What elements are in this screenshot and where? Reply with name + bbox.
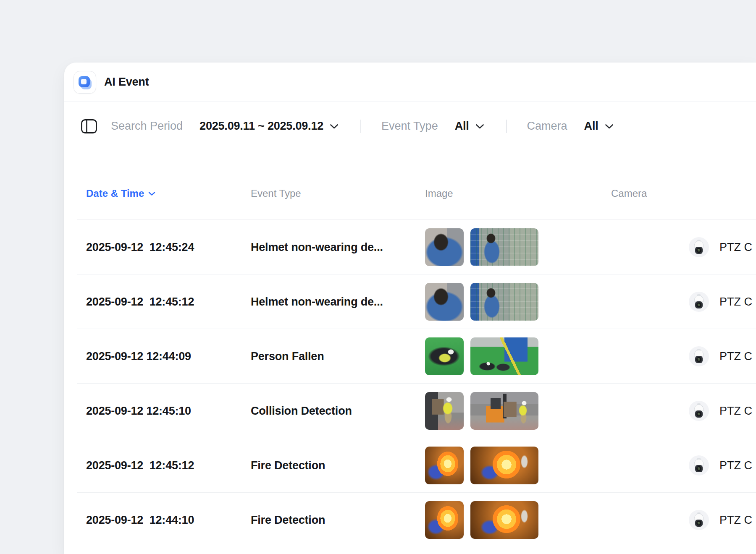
camera-cell: PTZ C <box>689 510 756 530</box>
table-header-row: Date & Time Event Type Image Camera <box>64 150 756 220</box>
event-datetime: 2025-09-12 12:45:12 <box>86 459 251 472</box>
event-type-value: All <box>455 120 469 133</box>
panel-header: AI Event <box>64 63 756 102</box>
event-images <box>425 447 689 484</box>
table-row[interactable]: 2025-09-12 12:45:12 Helmet non-wearing d… <box>64 274 756 329</box>
event-type: Fire Detection <box>251 514 425 527</box>
event-type: Helmet non-wearing de... <box>251 295 425 308</box>
event-type: Fire Detection <box>251 459 425 472</box>
search-period-dropdown[interactable]: 2025.09.11 ~ 2025.09.12 <box>200 120 339 133</box>
camera-dropdown[interactable]: All <box>584 120 614 133</box>
camera-name: PTZ C <box>719 350 752 363</box>
filter-divider <box>506 120 507 133</box>
table-row[interactable]: 2025-09-12 12:44:09 Person Fallen PTZ C <box>64 329 756 384</box>
camera-label: Camera <box>527 120 567 133</box>
ptz-camera-avatar <box>689 346 709 366</box>
column-header-image: Image <box>425 188 611 199</box>
ptz-camera-avatar <box>689 510 709 530</box>
event-table-body: 2025-09-12 12:45:24 Helmet non-wearing d… <box>64 220 756 554</box>
page-title: AI Event <box>104 76 149 89</box>
ptz-dome-camera-icon <box>692 239 706 255</box>
camera-name: PTZ C <box>719 241 752 254</box>
ptz-dome-camera-icon <box>692 348 706 364</box>
ptz-camera-avatar <box>689 237 709 257</box>
camera-name: PTZ C <box>719 405 752 418</box>
event-datetime: 2025-09-12 12:45:10 <box>86 405 251 418</box>
camera-value: All <box>584 120 598 133</box>
event-datetime: 2025-09-12 12:44:09 <box>86 350 251 363</box>
app-icon-inner-square <box>81 79 87 84</box>
event-type: Person Fallen <box>251 350 425 363</box>
chevron-down-icon <box>605 123 614 129</box>
search-period-label: Search Period <box>111 120 183 133</box>
event-thumbnail-large[interactable] <box>470 337 538 375</box>
event-type: Helmet non-wearing de... <box>251 241 425 254</box>
ai-event-panel: AI Event Search Period 2025.09.11 ~ 2025… <box>64 63 756 554</box>
event-images <box>425 337 689 375</box>
sort-chevron-down-icon <box>148 191 155 196</box>
event-thumbnail-large[interactable] <box>470 447 538 484</box>
panel-toggle-icon <box>81 119 97 133</box>
table-row[interactable]: 2025-09-12 12:45:12 Fire Detection PTZ C <box>64 438 756 493</box>
event-type-label: Event Type <box>381 120 438 133</box>
event-datetime: 2025-09-12 12:45:12 <box>86 295 251 308</box>
ptz-dome-camera-icon <box>692 457 706 473</box>
table-row[interactable]: 2025-09-12 12:45:24 Helmet non-wearing d… <box>64 220 756 274</box>
event-thumbnail-small[interactable] <box>425 228 464 266</box>
chevron-down-icon <box>475 123 484 129</box>
camera-cell: PTZ C <box>689 292 756 312</box>
chevron-down-icon <box>330 123 339 129</box>
table-row[interactable]: 2025-09-12 12:43:47 Person Fallen PTZ C <box>64 547 756 554</box>
event-thumbnail-small[interactable] <box>425 447 464 484</box>
event-thumbnail-large[interactable] <box>470 392 538 430</box>
event-thumbnail-small[interactable] <box>425 337 464 375</box>
event-thumbnail-large[interactable] <box>470 283 538 321</box>
ptz-camera-avatar <box>689 401 709 421</box>
ai-event-app-icon <box>74 71 96 94</box>
camera-name: PTZ C <box>719 295 752 308</box>
event-type: Collision Detection <box>251 405 425 418</box>
ptz-camera-avatar <box>689 292 709 312</box>
filter-divider <box>360 120 361 133</box>
event-thumbnail-small[interactable] <box>425 392 464 430</box>
event-type-dropdown[interactable]: All <box>455 120 484 133</box>
ptz-dome-camera-icon <box>692 403 706 419</box>
table-row[interactable]: 2025-09-12 12:45:10 Collision Detection … <box>64 384 756 438</box>
event-thumbnail-large[interactable] <box>470 501 538 539</box>
column-header-event-type: Event Type <box>251 188 425 199</box>
camera-name: PTZ C <box>719 514 752 527</box>
filter-bar: Search Period 2025.09.11 ~ 2025.09.12 Ev… <box>64 102 756 150</box>
camera-cell: PTZ C <box>689 455 756 476</box>
ptz-dome-camera-icon <box>692 294 706 310</box>
event-datetime: 2025-09-12 12:44:10 <box>86 514 251 527</box>
event-images <box>425 392 689 430</box>
event-thumbnail-small[interactable] <box>425 501 464 539</box>
sidebar-toggle-button[interactable] <box>81 119 97 134</box>
event-images <box>425 228 689 266</box>
column-header-datetime-label: Date & Time <box>86 188 144 199</box>
column-header-camera: Camera <box>611 188 756 199</box>
camera-cell: PTZ C <box>689 346 756 366</box>
event-images <box>425 501 689 539</box>
table-row[interactable]: 2025-09-12 12:44:10 Fire Detection PTZ C <box>64 493 756 547</box>
camera-name: PTZ C <box>719 459 752 472</box>
event-thumbnail-small[interactable] <box>425 283 464 321</box>
event-images <box>425 283 689 321</box>
event-thumbnail-large[interactable] <box>470 228 538 266</box>
column-header-datetime[interactable]: Date & Time <box>86 188 155 199</box>
ptz-dome-camera-icon <box>692 512 706 528</box>
ptz-camera-avatar <box>689 455 709 476</box>
camera-cell: PTZ C <box>689 401 756 421</box>
search-period-value: 2025.09.11 ~ 2025.09.12 <box>200 120 323 133</box>
event-datetime: 2025-09-12 12:45:24 <box>86 241 251 254</box>
camera-cell: PTZ C <box>689 237 756 257</box>
